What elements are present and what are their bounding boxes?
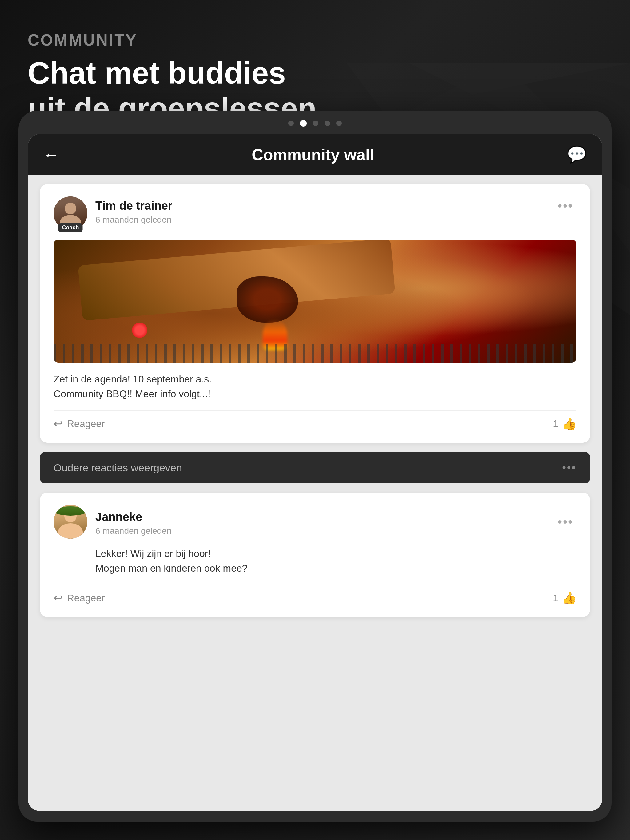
comment-author-section: Janneke 6 maanden geleden xyxy=(54,505,172,539)
comment-author-info: Janneke 6 maanden geleden xyxy=(95,508,172,536)
older-reactions-label: Oudere reacties weergeven xyxy=(54,462,182,474)
post-image xyxy=(54,240,576,363)
author-info: Tim de trainer 6 maanden geleden xyxy=(95,196,173,225)
post-reply-button[interactable]: ↩ Reageer xyxy=(54,417,105,430)
comment-like-count: 1 xyxy=(553,592,558,604)
post-more-button[interactable]: ••• xyxy=(555,196,576,215)
top-bar: ← Community wall 💬 xyxy=(28,134,602,175)
dot-3 xyxy=(313,120,318,126)
post-text-line1: Zet in de agenda! 10 september a.s. xyxy=(54,372,576,387)
post-author-section: Coach Tim de trainer 6 maanden geleden xyxy=(54,196,173,230)
author-avatar-wrapper: Coach xyxy=(54,196,87,230)
post-card: Coach Tim de trainer 6 maanden geleden •… xyxy=(40,184,590,443)
post-text: Zet in de agenda! 10 september a.s. Comm… xyxy=(54,372,576,401)
chat-icon-button[interactable]: 💬 xyxy=(567,145,587,164)
image-grill xyxy=(54,344,576,363)
comment-text: Lekker! Wij zijn er bij hoor! Mogen man … xyxy=(54,546,576,576)
comment-time: 6 maanden geleden xyxy=(95,526,172,536)
comment-avatar xyxy=(54,505,87,539)
post-footer: ↩ Reageer 1 👍 xyxy=(54,411,576,431)
page-dots xyxy=(28,120,602,127)
author-name: Tim de trainer xyxy=(95,199,173,213)
content-area: Coach Tim de trainer 6 maanden geleden •… xyxy=(28,175,602,811)
comment-text-line1: Lekker! Wij zijn er bij hoor! xyxy=(95,546,576,561)
comment-author-name: Janneke xyxy=(95,510,172,524)
comment-avatar-wrapper xyxy=(54,505,87,539)
headline-line1: Chat met buddies xyxy=(28,55,317,91)
app-screen: ← Community wall 💬 Coach xyxy=(28,134,602,811)
category-label: COMMUNITY xyxy=(28,31,317,49)
comment-reply-button[interactable]: ↩ Reageer xyxy=(54,592,105,605)
comment-reply-label: Reageer xyxy=(67,592,105,604)
post-time: 6 maanden geleden xyxy=(95,215,173,225)
coach-badge: Coach xyxy=(58,223,82,232)
comment-reply-icon: ↩ xyxy=(54,592,63,605)
image-tomato xyxy=(132,322,147,338)
comment-more-button[interactable]: ••• xyxy=(555,513,576,531)
dot-2-active xyxy=(300,120,307,127)
dot-5 xyxy=(336,120,342,126)
comment-text-line2: Mogen man en kinderen ook mee? xyxy=(95,561,576,576)
comment-like-section: 1 👍 xyxy=(553,591,576,605)
dot-1 xyxy=(288,120,294,126)
device-frame: ← Community wall 💬 Coach xyxy=(19,111,611,821)
reply-icon: ↩ xyxy=(54,417,63,430)
post-text-line2: Community BBQ!! Meer info volgt...! xyxy=(54,387,576,401)
post-like-icon[interactable]: 👍 xyxy=(562,417,576,431)
reply-label: Reageer xyxy=(67,418,105,429)
dot-4 xyxy=(324,120,330,126)
older-reactions-bar[interactable]: Oudere reacties weergeven ••• xyxy=(40,452,590,483)
comment-header: Janneke 6 maanden geleden ••• xyxy=(54,505,576,539)
back-button[interactable]: ← xyxy=(43,147,59,163)
post-like-count: 1 xyxy=(553,418,558,429)
janneke-avatar-img xyxy=(54,505,87,539)
comment-card: Janneke 6 maanden geleden ••• Lekker! Wi… xyxy=(40,493,590,617)
comment-footer: ↩ Reageer 1 👍 xyxy=(54,585,576,605)
post-header: Coach Tim de trainer 6 maanden geleden •… xyxy=(54,196,576,230)
image-skewer xyxy=(78,240,395,321)
screen-title: Community wall xyxy=(252,145,374,164)
post-like-section: 1 👍 xyxy=(553,417,576,431)
comment-like-icon[interactable]: 👍 xyxy=(562,591,576,605)
avatar-grass xyxy=(54,507,87,516)
older-reactions-more[interactable]: ••• xyxy=(562,461,576,474)
